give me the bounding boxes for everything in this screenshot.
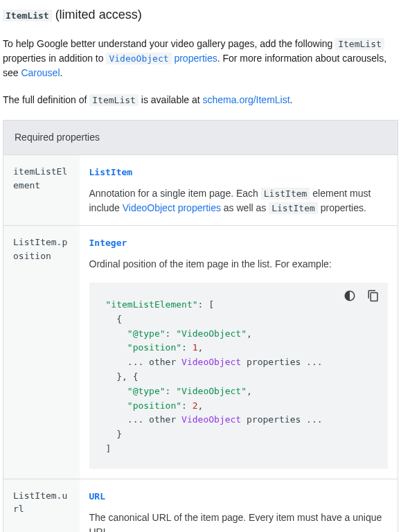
table-header: Required properties	[3, 121, 398, 155]
inline-code: ListItem	[269, 202, 318, 214]
schema-org-link[interactable]: schema.org/ItemList	[203, 94, 290, 105]
theme-toggle-icon[interactable]	[341, 287, 359, 305]
title-code: ItemList	[3, 10, 52, 21]
inline-code: ItemList	[89, 94, 139, 106]
inline-code: ListItem	[261, 188, 310, 200]
type-link[interactable]: URL	[89, 491, 105, 502]
copy-icon[interactable]	[364, 287, 382, 305]
property-name: ListItem.position	[3, 226, 80, 479]
property-desc: ListItem Annotation for a single item pa…	[80, 155, 398, 226]
property-desc: URL The canonical URL of the item page. …	[80, 479, 398, 532]
videoobject-props-link[interactable]: VideoObject properties	[123, 202, 221, 213]
table-row: itemListElement ListItem Annotation for …	[3, 155, 398, 226]
property-name: itemListElement	[3, 155, 80, 226]
carousel-link[interactable]: Carousel	[21, 67, 60, 78]
property-name: ListItem.url	[3, 479, 80, 532]
code-block: "itemListElement": [ { "@type": "VideoOb…	[89, 283, 389, 469]
videoobject-properties-link[interactable]: VideoObject properties	[106, 53, 217, 64]
table-row: ListItem.position Integer Ordinal positi…	[3, 226, 398, 479]
table-row: ListItem.url URL The canonical URL of th…	[3, 479, 398, 532]
inline-code: ItemList	[335, 38, 384, 50]
page-title: ItemList (limited access)	[3, 6, 398, 24]
property-desc: Integer Ordinal position of the item pag…	[80, 226, 398, 479]
type-link[interactable]: Integer	[89, 238, 127, 248]
intro-p1: To help Google better understand your vi…	[3, 37, 398, 80]
properties-table: Required properties itemListElement List…	[3, 120, 398, 532]
intro-p2: The full definition of ItemList is avail…	[3, 93, 398, 107]
type-link[interactable]: ListItem	[89, 167, 133, 177]
